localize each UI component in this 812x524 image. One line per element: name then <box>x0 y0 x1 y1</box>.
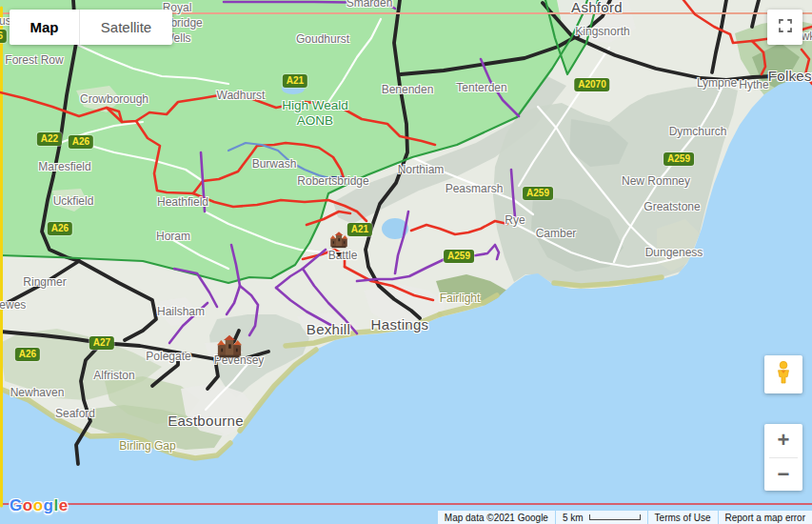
battle-abbey-marker[interactable] <box>329 231 348 253</box>
scale-label: 5 km <box>563 513 584 523</box>
satellite-button[interactable]: Satellite <box>79 10 172 45</box>
pegman-button[interactable] <box>764 355 802 393</box>
google-logo-letter: g <box>44 496 54 514</box>
pegman-icon <box>773 360 794 389</box>
zoom-in-button[interactable]: + <box>764 424 802 457</box>
fullscreen-button[interactable] <box>767 10 802 45</box>
scale-bar <box>589 514 641 520</box>
pevensey-castle-marker[interactable] <box>215 334 244 363</box>
zoom-control: + − <box>764 424 802 491</box>
google-logo-letter: G <box>10 496 23 514</box>
google-logo[interactable]: Google <box>10 496 69 515</box>
google-logo-letter: o <box>33 496 44 514</box>
map-button[interactable]: Map <box>10 10 79 45</box>
google-logo-letter: e <box>59 496 69 514</box>
fullscreen-icon <box>777 17 794 38</box>
scale-control: 5 km <box>556 511 647 524</box>
report-map-error-link[interactable]: Report a map error <box>725 513 805 523</box>
map-viewport: RoyalTunbridgeWellsustForest RowGoudhurs… <box>0 0 812 524</box>
terms-of-use-link[interactable]: Terms of Use <box>655 513 711 523</box>
map-canvas[interactable] <box>0 0 812 524</box>
google-logo-letter: o <box>23 496 33 514</box>
attribution-bar: Map data ©2021 Google 5 km Terms of Use … <box>438 511 812 524</box>
map-type-control: Map Satellite <box>10 10 172 45</box>
zoom-out-button[interactable]: − <box>764 458 802 492</box>
map-data-attribution: Map data ©2021 Google <box>438 511 555 524</box>
